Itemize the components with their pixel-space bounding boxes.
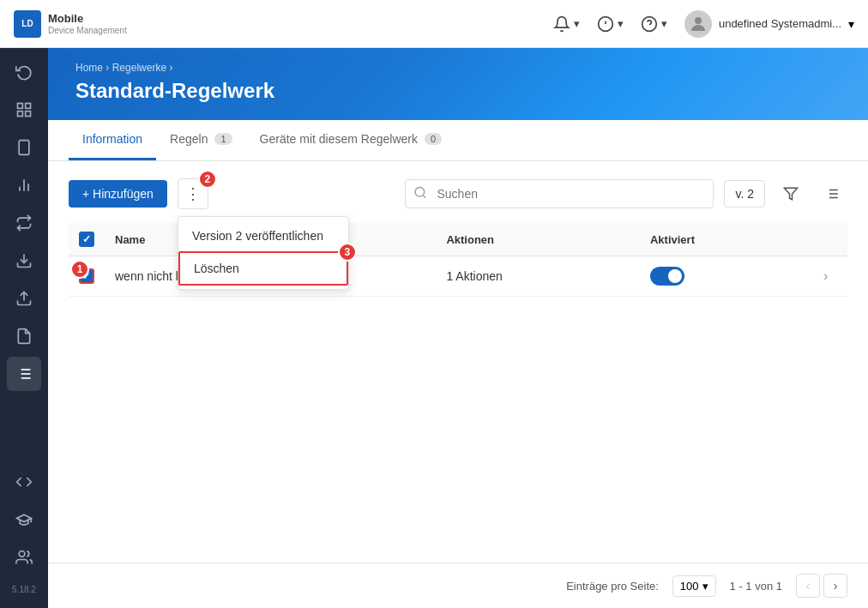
avatar <box>684 10 712 38</box>
page-title: Standard-Regelwerk <box>75 79 841 103</box>
breadcrumb: Home › Regelwerke › <box>75 62 841 74</box>
row-checkbox[interactable]: ✓ <box>79 268 94 284</box>
sidebar-version: 5.18.2 <box>12 578 36 601</box>
tab-information[interactable]: Information <box>69 120 156 160</box>
search-container <box>405 179 714 208</box>
app-logo: LD Mobile Device Management <box>14 10 127 38</box>
pagination-nav: ‹ › <box>796 574 847 598</box>
pagination-entries-label: Einträge pro Seite: <box>566 580 659 593</box>
sidebar-item-upload[interactable] <box>7 281 41 316</box>
row-aktiviert <box>640 256 813 297</box>
pagination-prev[interactable]: ‹ <box>796 574 820 598</box>
logo-text-block: Mobile Device Management <box>48 12 127 35</box>
more-menu-container: 2 ⋮ Version 2 veröffentlichen 3 <box>178 178 208 209</box>
col-aktionen: Aktionen <box>436 223 640 256</box>
filter-button[interactable] <box>775 178 806 209</box>
svg-rect-8 <box>19 141 29 155</box>
page-body: + Hinzufügen 2 ⋮ Version 2 veröffentlich… <box>48 161 868 563</box>
topbar: LD Mobile Device Management ▾ ▾ ▾ undefi… <box>0 0 868 48</box>
sidebar-item-document[interactable] <box>7 319 41 353</box>
svg-rect-4 <box>18 104 23 109</box>
dropdown-item-publish[interactable]: Version 2 veröffentlichen <box>178 220 348 251</box>
dropdown-menu: Version 2 veröffentlichen 3 Löschen <box>178 216 349 290</box>
content-area: Home › Regelwerke › Standard-Regelwerk I… <box>48 48 868 608</box>
sidebar-item-users[interactable] <box>7 540 41 575</box>
svg-rect-5 <box>26 104 31 109</box>
pagination-bar: Einträge pro Seite: 100 ▾ 1 - 1 von 1 ‹ … <box>48 563 868 608</box>
app-name: Mobile <box>48 12 127 26</box>
svg-point-21 <box>19 551 25 557</box>
search-icon <box>413 186 427 202</box>
notifications-btn[interactable]: ▾ <box>553 15 580 33</box>
col-select: ✓ <box>69 223 105 256</box>
sidebar-item-download[interactable] <box>7 244 41 278</box>
user-name: undefined Systemadmi... <box>719 17 841 30</box>
breadcrumb-home[interactable]: Home <box>75 62 103 74</box>
page-header: Home › Regelwerke › Standard-Regelwerk <box>48 48 868 120</box>
row-checkbox-container: 1 ✓ <box>79 268 94 284</box>
row-checkbox-cell: 1 ✓ <box>69 256 105 297</box>
version-badge: v. 2 <box>724 180 765 208</box>
main-layout: 5.18.2 Home › Regelwerke › Standard-Rege… <box>0 48 868 608</box>
help-btn[interactable]: ▾ <box>641 15 667 33</box>
svg-line-23 <box>424 196 426 198</box>
tabs-bar: Information Regeln 1 Geräte mit diesem R… <box>48 120 868 161</box>
sidebar-item-code[interactable] <box>7 465 41 499</box>
logo-icon: LD <box>14 10 41 38</box>
user-chevron: ▾ <box>848 17 854 31</box>
tab-geraete[interactable]: Geräte mit diesem Regelwerk 0 <box>246 120 456 160</box>
tab-regeln[interactable]: Regeln 1 <box>156 120 246 160</box>
app-subtitle: Device Management <box>48 26 127 35</box>
toolbar: + Hinzufügen 2 ⋮ Version 2 veröffentlich… <box>69 178 847 209</box>
col-aktiviert: Aktiviert <box>640 223 813 256</box>
sidebar-item-education[interactable] <box>7 503 41 537</box>
svg-rect-7 <box>26 111 31 117</box>
pagination-per-page[interactable]: 100 ▾ <box>672 575 716 597</box>
pagination-next[interactable]: › <box>823 574 847 598</box>
add-button[interactable]: + Hinzufügen <box>69 180 167 208</box>
col-expand <box>813 223 847 256</box>
sidebar-item-rules[interactable] <box>7 357 41 391</box>
toggle-aktiviert[interactable] <box>650 267 684 286</box>
search-input[interactable] <box>405 179 714 208</box>
sidebar-item-sync[interactable] <box>7 55 41 89</box>
header-checkbox[interactable]: ✓ <box>79 232 94 247</box>
svg-marker-24 <box>785 188 798 200</box>
status-btn[interactable]: ▾ <box>597 15 624 33</box>
breadcrumb-parent[interactable]: Regelwerke <box>112 62 166 74</box>
row-expand[interactable]: › <box>813 256 847 297</box>
sidebar-item-apps[interactable] <box>7 93 41 127</box>
svg-rect-6 <box>18 111 23 117</box>
row-aktionen[interactable]: 1 Aktionen <box>436 256 640 297</box>
more-button[interactable]: ⋮ <box>178 178 208 209</box>
tab-geraete-badge: 0 <box>425 133 442 145</box>
dropdown-delete-row: 3 Löschen <box>178 251 348 286</box>
pagination-count: 1 - 1 von 1 <box>730 580 782 593</box>
sidebar-item-reports[interactable] <box>7 168 41 202</box>
user-menu[interactable]: undefined Systemadmi... ▾ <box>684 10 854 38</box>
tab-regeln-badge: 1 <box>214 133 232 145</box>
topbar-actions: ▾ ▾ ▾ undefined Systemadmi... ▾ <box>553 10 854 38</box>
sidebar: 5.18.2 <box>0 48 48 608</box>
svg-point-3 <box>695 17 702 24</box>
list-view-button[interactable] <box>817 178 847 209</box>
svg-point-22 <box>415 188 425 197</box>
dropdown-item-delete[interactable]: Löschen <box>178 251 348 286</box>
sidebar-item-transfer[interactable] <box>7 206 41 240</box>
sidebar-item-devices[interactable] <box>7 130 41 165</box>
row-expand-chevron[interactable]: › <box>823 268 828 283</box>
